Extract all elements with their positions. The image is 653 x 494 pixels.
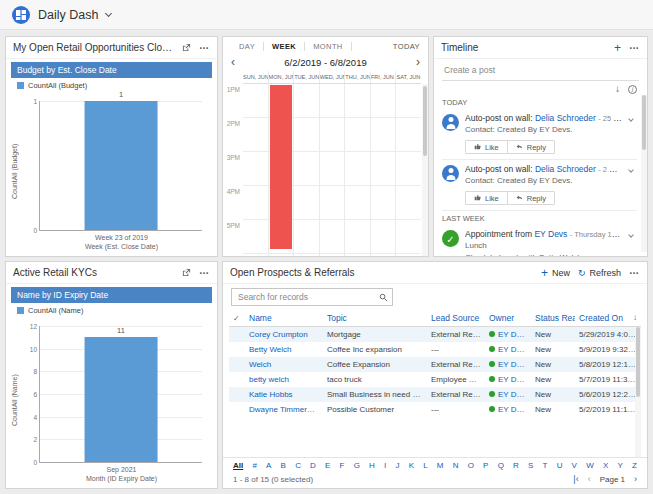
next-week-icon[interactable]: › (408, 56, 420, 68)
record-link[interactable]: EY Devs (534, 229, 567, 239)
table-row[interactable]: Katie HobbsSmall Business in need of Loa… (229, 387, 641, 402)
jump-to-#[interactable]: # (252, 461, 256, 470)
jump-to-k[interactable]: K (409, 461, 414, 470)
calendar-tab-day[interactable]: DAY (231, 42, 264, 51)
timeline-entry[interactable]: Appointment from EY Devs - Thursday 12:0… (442, 225, 637, 256)
cell-name[interactable]: betty welch (245, 372, 323, 387)
more-options-icon[interactable]: … (199, 41, 210, 51)
table-row[interactable]: Betty WelchCoffee Inc expansion---EY Dev… (229, 342, 641, 357)
cell-owner[interactable]: EY Devs (485, 372, 531, 387)
cell-name[interactable]: Welch (245, 357, 323, 372)
jump-to-x[interactable]: X (603, 461, 608, 470)
timeline-entry[interactable]: Auto-post on wall: Delia Schroeder - 25 … (442, 109, 637, 160)
jump-to-g[interactable]: G (354, 461, 360, 470)
more-options-icon[interactable]: … (199, 266, 210, 276)
cell-owner[interactable]: EY Devs (485, 402, 531, 417)
jump-to-d[interactable]: D (310, 461, 316, 470)
jump-to-j[interactable]: J (395, 461, 399, 470)
like-button[interactable]: Like (466, 192, 508, 204)
calendar-day-column[interactable] (293, 84, 319, 256)
sort-descending-icon[interactable]: ↓ (633, 313, 637, 322)
jump-to-z[interactable]: Z (632, 461, 637, 470)
jump-to-r[interactable]: R (513, 461, 519, 470)
column-header-status-reas-[interactable]: Status Reas... (531, 309, 575, 327)
previous-page-icon[interactable]: ‹ (588, 474, 591, 484)
cell-name[interactable]: Betty Welch (245, 342, 323, 357)
jump-to-o[interactable]: O (468, 461, 474, 470)
calendar-tab-month[interactable]: MONTH (305, 42, 352, 51)
chart-bar[interactable]: 11 (85, 337, 158, 462)
calendar-scrollbar[interactable] (422, 84, 428, 256)
column-header-topic[interactable]: Topic (323, 309, 427, 327)
row-checkbox-cell[interactable] (229, 387, 245, 402)
cell-name[interactable]: Dwayne Timmerman (245, 402, 323, 417)
like-button[interactable]: Like (466, 141, 508, 153)
calendar-day-column[interactable] (268, 84, 294, 256)
collapse-entry-icon[interactable] (629, 229, 637, 256)
column-header-created-on[interactable]: Created On↓ (575, 309, 641, 327)
calendar-day-column[interactable] (243, 84, 268, 256)
jump-to-c[interactable]: C (295, 461, 301, 470)
timeline-entry[interactable]: Auto-post on wall: Delia Schroeder - 2 H… (442, 160, 637, 211)
table-row[interactable]: Corey CrumptonMortgageExternal ReferralE… (229, 327, 641, 343)
add-timeline-record-icon[interactable]: + (614, 42, 621, 54)
search-input[interactable] (236, 289, 379, 305)
calendar-tab-week[interactable]: WEEK (264, 42, 305, 51)
row-checkbox-cell[interactable] (229, 342, 245, 357)
create-post-input[interactable] (442, 62, 639, 80)
jump-to-b[interactable]: B (281, 461, 286, 470)
reply-button[interactable]: Reply (508, 192, 554, 204)
reply-button[interactable]: Reply (508, 141, 554, 153)
collapse-entry-icon[interactable] (629, 164, 637, 208)
row-checkbox-cell[interactable] (229, 327, 245, 343)
cell-owner[interactable]: EY Devs (485, 357, 531, 372)
jump-to-l[interactable]: L (423, 461, 427, 470)
popout-icon[interactable] (182, 268, 191, 277)
calendar-day-column[interactable] (395, 84, 421, 256)
dashboard-selector-chevron-icon[interactable] (105, 9, 112, 16)
cell-name[interactable]: Katie Hobbs (245, 387, 323, 402)
jump-to-w[interactable]: W (586, 461, 594, 470)
jump-to-i[interactable]: I (384, 461, 386, 470)
jump-to-u[interactable]: U (557, 461, 563, 470)
info-icon[interactable]: i (628, 85, 637, 94)
jump-to-y[interactable]: Y (617, 461, 622, 470)
collapse-entry-icon[interactable] (629, 113, 637, 157)
more-options-icon[interactable]: … (629, 41, 640, 51)
popout-icon[interactable] (182, 43, 191, 52)
chart-bar[interactable]: 1 (85, 101, 158, 230)
jump-to-m[interactable]: M (437, 461, 444, 470)
cell-owner[interactable]: EY Devs (485, 342, 531, 357)
jump-to-all[interactable]: All (233, 461, 243, 470)
column-header-lead-source[interactable]: Lead Source (427, 309, 485, 327)
jump-to-v[interactable]: V (572, 461, 577, 470)
row-checkbox-cell[interactable] (229, 372, 245, 387)
select-all-checkbox[interactable]: ✓ (229, 309, 245, 327)
jump-to-a[interactable]: A (266, 461, 271, 470)
new-button[interactable]: + New (541, 266, 570, 280)
calendar-day-column[interactable] (344, 84, 370, 256)
jump-to-p[interactable]: P (483, 461, 488, 470)
column-header-name[interactable]: Name (245, 309, 323, 327)
jump-to-h[interactable]: H (369, 461, 375, 470)
jump-to-e[interactable]: E (325, 461, 330, 470)
more-options-icon[interactable]: … (629, 266, 640, 276)
cell-name[interactable]: Corey Crumpton (245, 327, 323, 343)
refresh-button[interactable]: ↻ Refresh (578, 268, 621, 278)
table-row[interactable]: Dwayne TimmermanPossible Customer---EY D… (229, 402, 641, 417)
sort-timeline-icon[interactable]: ↓ (615, 84, 620, 94)
table-row[interactable]: WelchCoffee ExpansionExternal ReferralEY… (229, 357, 641, 372)
cell-owner[interactable]: EY Devs (485, 387, 531, 402)
record-link[interactable]: Delia Schroeder (535, 164, 596, 174)
cell-owner[interactable]: EY Devs (485, 327, 531, 343)
record-link[interactable]: Delia Schroeder (535, 113, 596, 123)
grid-scrollbar[interactable] (635, 327, 641, 457)
calendar-day-column[interactable] (319, 84, 345, 256)
first-page-icon[interactable]: |‹ (573, 474, 578, 484)
jump-to-s[interactable]: S (528, 461, 533, 470)
calendar-day-column[interactable] (370, 84, 396, 256)
search-icon[interactable] (379, 293, 388, 302)
next-page-icon[interactable]: › (634, 474, 637, 484)
timeline-scrollbar[interactable] (641, 95, 647, 252)
jump-to-q[interactable]: Q (498, 461, 504, 470)
